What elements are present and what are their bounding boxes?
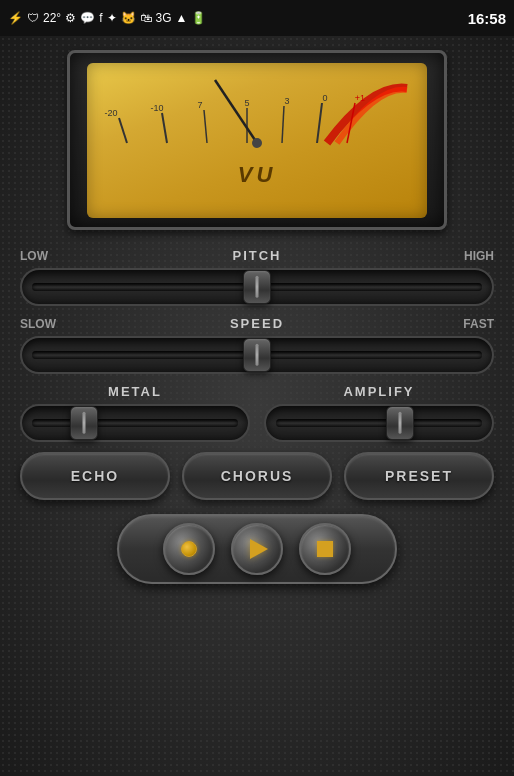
svg-line-2	[162, 113, 167, 143]
record-icon	[177, 537, 201, 561]
amplify-slider-track-container[interactable]	[264, 404, 494, 442]
settings-icon: ⚙	[65, 11, 76, 25]
svg-line-14	[215, 80, 257, 143]
svg-text:7: 7	[197, 100, 202, 110]
metal-label: METAL	[20, 384, 250, 399]
amplify-label: AMPLIFY	[264, 384, 494, 399]
svg-text:-20: -20	[104, 108, 117, 118]
status-left-icons: ⚡ 🛡 22° ⚙ 💬 f ✦ 🐱 🛍 3G ▲ 🔋	[8, 11, 206, 25]
metal-slider-track	[32, 419, 238, 427]
svg-text:+1: +1	[355, 93, 365, 103]
metal-slider-track-container[interactable]	[20, 404, 250, 442]
svg-line-0	[119, 118, 127, 143]
transport-container	[117, 514, 397, 584]
svg-text:3: 3	[284, 96, 289, 106]
pitch-slider-track	[32, 283, 482, 291]
speed-slider-thumb[interactable]	[243, 338, 271, 372]
echo-button[interactable]: ECHO	[20, 452, 170, 500]
signal-3g-icon: 3G	[156, 11, 172, 25]
svg-point-15	[252, 138, 262, 148]
record-dot	[181, 541, 197, 557]
vu-scale-svg: -20 -10 7 5 3 0 +1	[97, 68, 417, 148]
svg-text:0: 0	[322, 93, 327, 103]
speed-slow-label: SLOW	[20, 317, 80, 331]
wifi-signal-icon: ▲	[176, 11, 188, 25]
pitch-slider-track-container[interactable]	[20, 268, 494, 306]
speed-labels: SLOW SPEED FAST	[20, 316, 494, 331]
play-button[interactable]	[231, 523, 283, 575]
message-icon: 💬	[80, 11, 95, 25]
amplify-slider-track	[276, 419, 482, 427]
battery-icon: 🔋	[191, 11, 206, 25]
pitch-center-label: PITCH	[80, 248, 434, 263]
speed-center-label: SPEED	[80, 316, 434, 331]
pitch-low-label: LOW	[20, 249, 80, 263]
small-sliders-row: METAL AMPLIFY	[20, 384, 494, 442]
pitch-high-label: HIGH	[434, 249, 494, 263]
svg-text:5: 5	[244, 98, 249, 108]
vu-meter: -20 -10 7 5 3 0 +1	[67, 50, 447, 230]
speed-slider-track	[32, 351, 482, 359]
record-button[interactable]	[163, 523, 215, 575]
svg-line-8	[282, 106, 284, 143]
stop-square	[317, 541, 333, 557]
status-time: 16:58	[468, 10, 506, 27]
facebook-icon: f	[99, 11, 102, 25]
status-bar: ⚡ 🛡 22° ⚙ 💬 f ✦ 🐱 🛍 3G ▲ 🔋 16:58	[0, 0, 514, 36]
vu-label: VU	[238, 162, 277, 188]
stop-icon	[313, 537, 337, 561]
metal-slider-section: METAL	[20, 384, 250, 442]
stop-button[interactable]	[299, 523, 351, 575]
svg-line-10	[317, 103, 322, 143]
app-container: -20 -10 7 5 3 0 +1	[0, 36, 514, 776]
speed-slider-section: SLOW SPEED FAST	[20, 316, 494, 374]
pitch-labels: LOW PITCH HIGH	[20, 248, 494, 263]
effect-buttons-row: ECHO CHORUS PRESET	[20, 452, 494, 500]
temp-label: 22°	[43, 11, 61, 25]
svg-line-4	[204, 110, 207, 143]
store-icon: 🛍	[140, 11, 152, 25]
swift-icon: ✦	[107, 11, 117, 25]
svg-text:-10: -10	[150, 103, 163, 113]
preset-button[interactable]: PRESET	[344, 452, 494, 500]
amplify-slider-section: AMPLIFY	[264, 384, 494, 442]
play-icon	[245, 537, 269, 561]
shield-icon: 🛡	[27, 11, 39, 25]
play-triangle	[250, 539, 268, 559]
speed-slider-track-container[interactable]	[20, 336, 494, 374]
vu-meter-face: -20 -10 7 5 3 0 +1	[87, 63, 427, 218]
chorus-button[interactable]: CHORUS	[182, 452, 332, 500]
usb-icon: ⚡	[8, 11, 23, 25]
cat-icon: 🐱	[121, 11, 136, 25]
pitch-slider-thumb[interactable]	[243, 270, 271, 304]
speed-fast-label: FAST	[434, 317, 494, 331]
pitch-slider-section: LOW PITCH HIGH	[20, 248, 494, 306]
amplify-slider-thumb[interactable]	[386, 406, 414, 440]
metal-slider-thumb[interactable]	[70, 406, 98, 440]
